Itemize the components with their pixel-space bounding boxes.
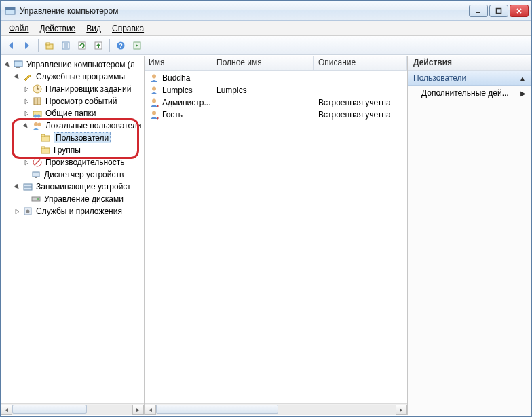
svg-marker-54 <box>16 209 19 214</box>
svg-point-27 <box>33 85 41 93</box>
svg-marker-15 <box>79 44 81 46</box>
scroll-right-button[interactable]: ► <box>132 405 144 415</box>
tree-hscrollbar[interactable]: ◄ ► <box>1 403 144 415</box>
tree-groups-label: Группы <box>54 145 81 155</box>
actions-group-users[interactable]: Пользователи ▲ <box>408 71 531 86</box>
svg-point-53 <box>37 198 39 200</box>
tree-performance-label: Производительность <box>45 158 124 167</box>
list-row[interactable]: Гость Встроенная учетна <box>145 109 407 121</box>
folder-icon <box>40 145 51 156</box>
tree-scheduler[interactable]: Планировщик заданий <box>1 83 144 95</box>
scroll-left-button[interactable]: ◄ <box>145 405 156 415</box>
tree-services[interactable]: Службы и приложения <box>1 205 144 217</box>
help-button[interactable]: ? <box>113 38 128 53</box>
workspace: Управление компьютером (л Служебные прог… <box>1 55 531 415</box>
tree-groups[interactable]: Группы <box>1 144 144 156</box>
expander-expand-icon[interactable] <box>13 207 21 215</box>
actions-more[interactable]: Дополнительные дей... ▶ <box>408 86 531 101</box>
tree-users-label: Пользователи <box>54 132 111 143</box>
tree-utilities-label: Служебные программы <box>36 72 125 81</box>
tree-device-manager[interactable]: Диспетчер устройств <box>1 168 144 181</box>
svg-rect-14 <box>79 42 86 49</box>
tree-root[interactable]: Управление компьютером (л <box>1 58 144 71</box>
list-row[interactable]: Администр... Встроенная учетна <box>145 96 407 109</box>
refresh-button[interactable] <box>75 38 90 53</box>
scroll-left-button[interactable]: ◄ <box>1 405 12 415</box>
svg-point-45 <box>33 158 41 166</box>
device-icon <box>31 169 41 180</box>
column-description[interactable]: Описание <box>314 56 407 70</box>
list-row[interactable]: Lumpics Lumpics <box>145 84 407 96</box>
forward-button[interactable] <box>20 38 35 53</box>
chevron-right-icon: ▶ <box>520 90 526 97</box>
tree-device-manager-label: Диспетчер устройств <box>44 170 124 179</box>
svg-rect-41 <box>41 134 45 137</box>
tree-users[interactable]: Пользователи <box>1 132 144 144</box>
tree-utilities[interactable]: Служебные программы <box>1 71 144 83</box>
svg-marker-21 <box>136 44 138 47</box>
users-icon <box>32 120 43 131</box>
expander-collapse-icon[interactable] <box>13 183 21 191</box>
svg-rect-55 <box>24 208 31 215</box>
column-name[interactable]: Имя <box>145 56 212 70</box>
svg-marker-22 <box>5 62 11 68</box>
tree-local-users-label: Локальные пользователи <box>45 121 141 130</box>
cell-name: Администр... <box>162 98 210 107</box>
menu-action[interactable]: Действие <box>35 22 81 35</box>
up-button[interactable] <box>42 38 57 53</box>
menu-help[interactable]: Справка <box>107 22 149 35</box>
svg-point-58 <box>152 87 156 91</box>
actions-more-label: Дополнительные дей... <box>421 88 509 98</box>
titlebar: Управление компьютером <box>1 1 531 21</box>
svg-rect-47 <box>33 172 39 177</box>
scroll-track[interactable] <box>12 405 132 415</box>
expander-expand-icon[interactable] <box>22 109 31 117</box>
svg-rect-0 <box>5 7 15 14</box>
column-fullname[interactable]: Полное имя <box>212 56 314 70</box>
menu-file[interactable]: Файл <box>3 22 35 35</box>
minimize-button[interactable] <box>469 5 488 17</box>
tree-shared-folders[interactable]: Общие папки <box>1 107 144 120</box>
properties-button[interactable] <box>58 38 73 53</box>
expander-collapse-icon[interactable] <box>3 60 12 69</box>
back-button[interactable] <box>3 38 18 53</box>
tools-icon <box>22 71 33 82</box>
svg-marker-17 <box>96 43 100 48</box>
close-button[interactable] <box>510 5 529 17</box>
tree-local-users[interactable]: Локальные пользователи <box>1 120 144 132</box>
tree-storage[interactable]: Запоминающие устройст <box>1 181 144 193</box>
export-button[interactable] <box>91 38 106 53</box>
list-hscrollbar[interactable]: ◄ ► <box>145 403 407 415</box>
svg-rect-20 <box>134 42 140 49</box>
scroll-track[interactable] <box>156 405 396 415</box>
svg-marker-37 <box>23 123 29 129</box>
shared-folder-icon <box>32 108 43 119</box>
expander-collapse-icon[interactable] <box>22 122 31 130</box>
svg-rect-9 <box>46 43 50 45</box>
tree-disk-management[interactable]: Управление дисками <box>1 193 144 205</box>
user-icon <box>149 109 159 120</box>
svg-rect-31 <box>34 98 41 105</box>
scroll-right-button[interactable]: ► <box>396 405 407 415</box>
scroll-thumb[interactable] <box>12 405 87 414</box>
svg-marker-26 <box>25 87 28 92</box>
maximize-button[interactable] <box>489 5 508 17</box>
svg-rect-23 <box>14 61 22 67</box>
menu-view[interactable]: Вид <box>81 22 107 35</box>
list-header: Имя Полное имя Описание <box>145 56 407 71</box>
svg-line-4 <box>517 9 521 13</box>
filter-button[interactable] <box>130 38 145 53</box>
expander-expand-icon[interactable] <box>22 85 31 93</box>
scroll-thumb[interactable] <box>156 405 278 414</box>
actions-pane: Действия Пользователи ▲ Дополнительные д… <box>408 56 531 415</box>
expander-expand-icon[interactable] <box>22 158 31 166</box>
expander-expand-icon[interactable] <box>22 97 31 105</box>
cell-description: Встроенная учетна <box>314 98 407 107</box>
svg-marker-62 <box>157 116 159 120</box>
svg-rect-51 <box>24 187 32 190</box>
svg-point-39 <box>37 123 41 126</box>
tree-event-viewer[interactable]: Просмотр событий <box>1 95 144 107</box>
tree-performance[interactable]: Производительность <box>1 156 144 168</box>
expander-collapse-icon[interactable] <box>13 73 21 81</box>
list-row[interactable]: Buddha <box>145 72 407 84</box>
